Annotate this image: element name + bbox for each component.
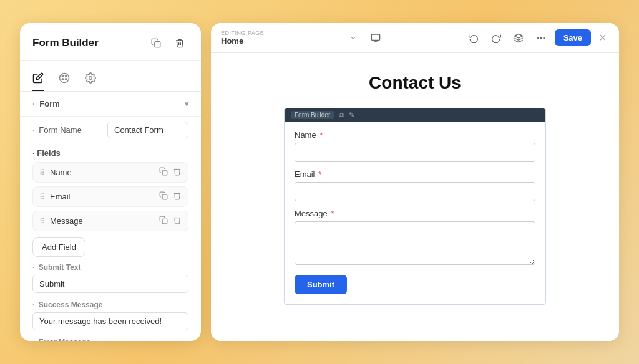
form-submit-button[interactable]: Submit <box>295 275 347 294</box>
chevron-down-icon: ▾ <box>185 100 188 108</box>
sidebar-title: Form Builder <box>32 37 99 49</box>
form-section-label: · Form <box>32 99 60 108</box>
save-button[interactable]: Save <box>555 29 591 46</box>
field-name-group: Name * <box>295 130 535 170</box>
tab-style[interactable] <box>59 67 70 91</box>
submit-text-label: · Submit Text <box>32 263 188 272</box>
field-duplicate-icon[interactable] <box>159 191 168 202</box>
svg-rect-0 <box>155 42 160 47</box>
drag-handle-icon: ⠿ <box>39 217 45 226</box>
form-field-name-label: Name * <box>295 130 535 140</box>
form-section: · Form ▾ <box>20 92 201 117</box>
svg-point-1 <box>60 74 69 83</box>
form-email-field[interactable] <box>295 182 535 201</box>
tab-edit[interactable] <box>32 67 44 91</box>
submit-text-input[interactable] <box>32 275 188 293</box>
toolbar-center <box>344 29 384 47</box>
drag-handle-icon: ⠿ <box>39 193 45 201</box>
more-options-icon[interactable] <box>532 29 550 47</box>
field-item-email[interactable]: ⠿ Email <box>32 186 188 207</box>
tab-settings[interactable] <box>85 67 96 91</box>
error-message-label: · Error Message <box>32 338 188 341</box>
error-message-section: · Error Message <box>20 334 201 341</box>
fields-section-label-row: · Fields <box>20 145 201 162</box>
svg-point-16 <box>544 37 544 38</box>
success-message-section: · Success Message <box>20 297 201 334</box>
form-field-message-label: Message * <box>295 209 535 218</box>
page-name: Home <box>221 36 264 46</box>
success-message-input[interactable] <box>32 312 188 330</box>
sidebar-tabs <box>20 61 201 92</box>
svg-point-15 <box>540 37 541 38</box>
field-item-message[interactable]: ⠿ Message <box>32 211 188 231</box>
field-email-group: Email * <box>295 170 535 209</box>
sidebar-content: · Form ▾ · Form Name · Fields <box>20 92 201 341</box>
form-field-email-label: Email * <box>295 170 535 179</box>
form-section-header[interactable]: · Form ▾ <box>20 92 201 116</box>
field-delete-icon[interactable] <box>173 216 182 226</box>
form-widget-tag: Form Builder <box>291 111 334 119</box>
svg-rect-10 <box>371 34 379 40</box>
add-field-button[interactable]: Add Field <box>32 237 85 257</box>
field-email-label: Email <box>50 192 71 201</box>
field-message-group: Message * <box>295 209 535 275</box>
editing-label: EDITING PAGE <box>221 30 264 36</box>
form-name-field[interactable] <box>295 143 535 162</box>
field-delete-icon[interactable] <box>173 167 182 178</box>
form-name-label: · Form Name <box>32 125 82 135</box>
field-delete-icon[interactable] <box>173 191 182 202</box>
redo-icon[interactable] <box>487 29 505 47</box>
field-duplicate-icon[interactable] <box>159 216 168 226</box>
preview-area: EDITING PAGE Home <box>211 23 619 341</box>
svg-rect-7 <box>162 170 167 175</box>
form-widget[interactable]: Form Builder ⧉ ✎ Name * Email * <box>284 108 546 305</box>
svg-point-6 <box>89 77 92 80</box>
submit-text-section: · Submit Text <box>20 257 201 297</box>
field-item-name[interactable]: ⠿ Name <box>32 162 188 183</box>
svg-point-5 <box>62 79 63 80</box>
layers-icon[interactable] <box>510 29 527 47</box>
svg-point-4 <box>66 79 67 80</box>
field-name-label: Name <box>50 168 72 177</box>
svg-point-14 <box>537 37 538 38</box>
sidebar-header: Form Builder <box>20 23 201 61</box>
preview-toolbar: EDITING PAGE Home <box>211 23 619 53</box>
edit-widget-icon[interactable]: ✎ <box>349 111 354 119</box>
sidebar-header-icons <box>147 34 188 52</box>
form-widget-topbar: Form Builder ⧉ ✎ <box>285 108 545 122</box>
svg-point-3 <box>66 75 67 77</box>
close-button[interactable]: ✕ <box>596 29 609 46</box>
sidebar-panel: Form Builder <box>20 23 201 341</box>
form-message-field[interactable] <box>295 221 535 265</box>
success-message-label: · Success Message <box>32 300 188 309</box>
form-name-input[interactable] <box>107 122 188 138</box>
svg-point-2 <box>62 75 63 77</box>
form-name-row: · Form Name <box>20 117 201 145</box>
page-title: Contact Us <box>236 73 594 93</box>
dropdown-icon[interactable] <box>344 29 362 47</box>
undo-icon[interactable] <box>465 29 482 47</box>
toolbar-page-info: EDITING PAGE Home <box>221 30 264 46</box>
drag-handle-icon: ⠿ <box>39 168 45 177</box>
field-duplicate-icon[interactable] <box>159 167 168 178</box>
fields-label: · Fields <box>32 148 61 158</box>
delete-icon[interactable] <box>171 34 188 52</box>
svg-rect-8 <box>162 194 167 199</box>
duplicate-icon[interactable] <box>147 34 165 52</box>
desktop-preview-icon[interactable] <box>367 29 384 47</box>
copy-widget-icon[interactable]: ⧉ <box>339 111 344 119</box>
svg-marker-13 <box>514 34 522 38</box>
preview-canvas: Contact Us Form Builder ⧉ ✎ Name * <box>211 53 619 341</box>
fields-list: ⠿ Name <box>20 162 201 231</box>
svg-rect-9 <box>162 219 167 224</box>
form-body: Name * Email * Message * <box>285 122 545 304</box>
field-message-label: Message <box>50 216 83 226</box>
toolbar-right: Save ✕ <box>465 29 609 47</box>
